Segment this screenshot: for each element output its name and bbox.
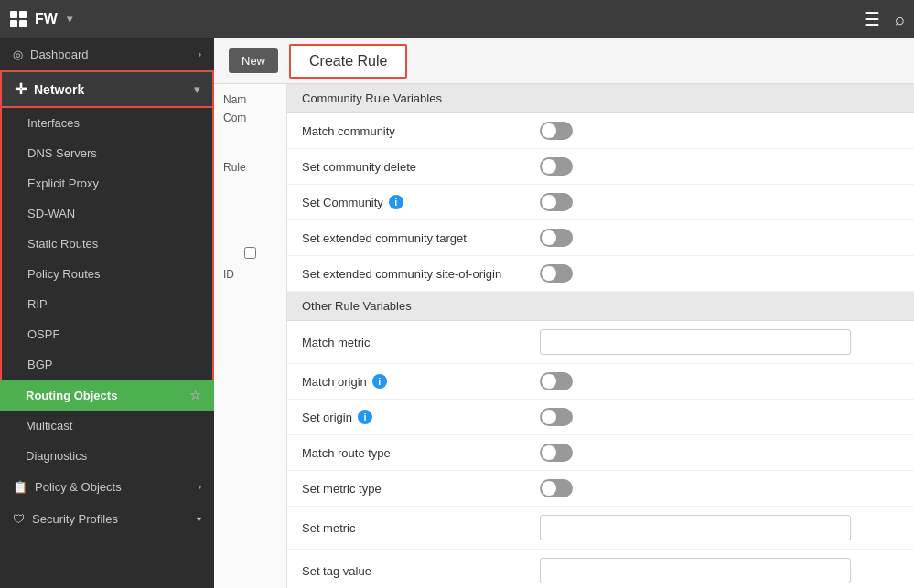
set-community-control (540, 193, 899, 211)
set-metric-type-toggle[interactable] (540, 479, 573, 497)
network-icon: ✛ (15, 80, 27, 98)
set-metric-type-label: Set metric type (302, 482, 540, 496)
match-route-type-row: Match route type (287, 435, 914, 471)
set-community-delete-control (540, 157, 899, 176)
other-rule-section-header: Other Rule Variables (287, 292, 914, 321)
svg-rect-3 (19, 20, 27, 27)
main-layout: ◎ Dashboard › ✛ Network ▾ Interfaces DNS… (0, 38, 914, 588)
sidebar-item-diagnostics[interactable]: Diagnostics (0, 441, 214, 471)
dashboard-label: Dashboard (30, 48, 89, 61)
set-community-delete-toggle[interactable] (540, 157, 573, 176)
set-community-row: Set Community i (287, 185, 914, 220)
set-metric-type-control (540, 479, 899, 497)
set-extended-community-soo-label: Set extended community site-of-origin (302, 267, 540, 281)
sidebar-item-security-profiles[interactable]: 🛡 Security Profiles ▾ (0, 503, 214, 535)
set-origin-info-icon[interactable]: i (358, 410, 372, 424)
dashboard-icon: ◎ (13, 48, 23, 61)
sidebar-item-routing-objects[interactable]: Routing Objects ☆ (0, 380, 214, 411)
match-community-label: Match community (302, 124, 540, 138)
search-icon[interactable]: ⌕ (895, 10, 905, 29)
set-community-toggle[interactable] (540, 193, 573, 211)
sidebar-item-policy-objects[interactable]: 📋 Policy & Objects › (0, 471, 214, 503)
sidebar-item-explicit-proxy[interactable]: Explicit Proxy (0, 168, 214, 198)
set-extended-community-target-toggle[interactable] (540, 229, 573, 247)
new-button[interactable]: New (229, 48, 278, 73)
policy-objects-icon: 📋 (13, 480, 27, 494)
match-metric-input[interactable] (540, 329, 851, 355)
app-logo[interactable]: FW ▾ (9, 10, 849, 28)
set-tag-value-label: Set tag value (302, 564, 540, 578)
sidebar-section-network[interactable]: ✛ Network ▾ (0, 70, 214, 108)
dashboard-chevron: › (199, 49, 201, 59)
set-community-label: Set Community i (302, 195, 540, 209)
svg-rect-1 (19, 11, 27, 18)
security-profiles-icon: 🛡 (13, 512, 25, 526)
top-bar: FW ▾ ☰ ⌕ (0, 0, 914, 38)
rule-label-abbrev: Rule (223, 161, 277, 174)
set-metric-input[interactable] (540, 515, 851, 540)
set-metric-type-row: Set metric type (287, 471, 914, 507)
hamburger-icon[interactable]: ☰ (864, 8, 880, 30)
content-area: New Create Rule Nam Com Rule ID Communit… (214, 38, 914, 588)
match-metric-row: Match metric (287, 321, 914, 364)
dropdown-icon[interactable]: ▾ (67, 13, 72, 26)
checkbox-1[interactable] (223, 247, 277, 259)
set-origin-control (540, 408, 899, 426)
set-community-delete-label: Set community delete (302, 160, 540, 174)
logo-icon (9, 10, 27, 28)
sidebar-item-dns-servers[interactable]: DNS Servers (0, 138, 214, 168)
sidebar-item-rip[interactable]: RIP (0, 289, 214, 319)
match-route-type-label: Match route type (302, 446, 540, 460)
set-extended-community-target-label: Set extended community target (302, 231, 540, 245)
set-tag-value-control (540, 558, 899, 583)
security-profiles-chevron: ▾ (197, 514, 201, 524)
set-community-delete-row: Set community delete (287, 149, 914, 185)
match-community-row: Match community (287, 113, 914, 149)
set-tag-value-input[interactable] (540, 558, 851, 583)
match-community-toggle[interactable] (540, 122, 573, 140)
set-origin-label: Set origin i (302, 410, 540, 424)
sidebar-item-dashboard[interactable]: ◎ Dashboard › (0, 38, 214, 70)
id-label-abbrev: ID (223, 268, 277, 281)
network-chevron: ▾ (194, 83, 199, 96)
top-bar-icons: ☰ ⌕ (864, 8, 905, 30)
sidebar: ◎ Dashboard › ✛ Network ▾ Interfaces DNS… (0, 38, 214, 588)
set-extended-community-soo-row: Set extended community site-of-origin (287, 256, 914, 292)
right-panel: Community Rule Variables Match community… (287, 84, 914, 588)
sidebar-item-multicast[interactable]: Multicast (0, 411, 214, 441)
match-route-type-toggle[interactable] (540, 444, 573, 462)
set-tag-value-row: Set tag value (287, 550, 914, 588)
sidebar-item-static-routes[interactable]: Static Routes (0, 229, 214, 259)
content-scroll: Nam Com Rule ID Community Rule Variables… (214, 84, 914, 588)
sidebar-item-interfaces[interactable]: Interfaces (0, 108, 214, 138)
network-label: Network (34, 82, 84, 97)
community-rule-section-header: Community Rule Variables (287, 84, 914, 113)
sidebar-item-bgp[interactable]: BGP (0, 349, 214, 380)
set-metric-control (540, 515, 899, 540)
sidebar-item-sd-wan[interactable]: SD-WAN (0, 198, 214, 229)
star-icon[interactable]: ☆ (189, 388, 201, 402)
policy-objects-chevron: › (199, 482, 201, 492)
left-panel: Nam Com Rule ID (214, 84, 287, 588)
match-origin-info-icon[interactable]: i (372, 374, 387, 389)
create-rule-box: Create Rule (289, 44, 407, 79)
set-metric-row: Set metric (287, 507, 914, 550)
match-metric-label: Match metric (302, 336, 540, 349)
checkboxes (223, 247, 277, 259)
set-origin-toggle[interactable] (540, 408, 573, 426)
name-label-abbrev: Nam (223, 93, 277, 106)
sidebar-item-policy-routes[interactable]: Policy Routes (0, 259, 214, 289)
match-metric-control (540, 329, 899, 355)
match-origin-toggle[interactable] (540, 372, 573, 390)
comm-label-abbrev: Com (223, 112, 277, 124)
set-community-info-icon[interactable]: i (389, 195, 403, 209)
set-extended-community-soo-control (540, 264, 899, 283)
match-origin-row: Match origin i (287, 364, 914, 400)
set-extended-community-soo-toggle[interactable] (540, 264, 573, 283)
match-community-control (540, 122, 899, 140)
svg-rect-2 (10, 20, 17, 27)
sidebar-item-ospf[interactable]: OSPF (0, 319, 214, 349)
svg-rect-0 (10, 11, 17, 18)
content-header: New Create Rule (214, 38, 914, 84)
set-metric-label: Set metric (302, 521, 540, 535)
